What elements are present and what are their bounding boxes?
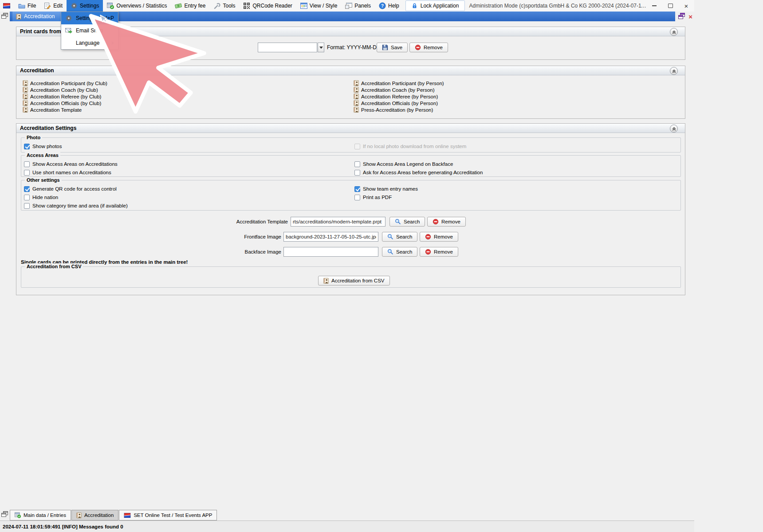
hide-nation-checkbox[interactable] [24, 195, 30, 200]
close-button[interactable]: × [678, 0, 694, 12]
badge-icon [23, 94, 28, 99]
list-item-label: Accreditation Participant (by Person) [361, 81, 444, 86]
menu-qrcode-reader[interactable]: QRCode Reader [239, 0, 296, 12]
menu-settings[interactable]: Settings [67, 0, 103, 12]
submenu-arrow-icon [112, 41, 114, 45]
folder-icon [18, 2, 25, 9]
badge-icon [323, 278, 329, 284]
menu-qrcode-label: QRCode Reader [252, 3, 292, 9]
menu-entry-fee[interactable]: Entry fee [171, 0, 209, 12]
cascade-windows-icon[interactable] [1, 13, 8, 20]
short-names-checkbox[interactable] [24, 170, 30, 176]
remove-backface-button[interactable]: Remove [420, 247, 458, 257]
collapse-print-panel-button[interactable] [670, 28, 678, 36]
statistics-icon [107, 2, 114, 9]
list-item[interactable]: Accreditation Template [23, 106, 107, 113]
checkbox-label: Show category time and area (if availabl… [32, 203, 128, 208]
menu-help[interactable]: Help [375, 0, 403, 12]
remove-frontface-button[interactable]: Remove [420, 232, 458, 242]
accreditation-template-input[interactable] [291, 217, 385, 227]
cascade-windows-icon[interactable] [1, 511, 8, 519]
status-message: 2024-07-11 18:01:59:491 [INFO] Messages … [3, 524, 123, 529]
print-pdf-checkbox[interactable] [354, 195, 360, 200]
menu-item-language[interactable]: Language [61, 37, 118, 49]
show-access-areas-checkbox[interactable] [24, 161, 30, 167]
checkbox-row-print-pdf: Print as PDF [354, 194, 418, 200]
badge-icon [23, 80, 28, 86]
tab-accreditation-bottom[interactable]: Accreditation [71, 510, 118, 520]
edit-icon [44, 2, 51, 9]
lock-application-button[interactable]: Lock Application [405, 0, 465, 11]
list-item[interactable]: Accreditation Officials (by Club) [23, 100, 107, 106]
category-time-checkbox[interactable] [24, 203, 30, 209]
list-item[interactable]: Accreditation Coach (by Person) [354, 86, 444, 93]
collapse-accreditation-panel-button[interactable] [670, 67, 678, 75]
checkbox-label: Print as PDF [363, 195, 392, 200]
remove-icon [425, 249, 431, 255]
list-item-label: Press-Accreditation (by Person) [361, 107, 433, 113]
menu-panels[interactable]: Panels [341, 0, 375, 12]
lock-icon [412, 3, 417, 9]
search-icon [387, 249, 393, 255]
ask-access-areas-checkbox[interactable] [354, 170, 360, 176]
help-icon [379, 2, 386, 9]
menu-tools-label: Tools [223, 3, 235, 9]
list-item[interactable]: Accreditation Officials (by Person) [354, 100, 444, 106]
minimize-icon [652, 5, 657, 6]
menu-item-label: Language [76, 40, 99, 46]
save-button[interactable]: Save [377, 43, 408, 52]
double-chevron-up-icon [671, 126, 677, 132]
menu-item-email-smtp[interactable]: Email Smtp [61, 24, 118, 37]
search-frontface-button[interactable]: Search [382, 232, 417, 242]
menu-file[interactable]: File [14, 0, 40, 12]
maximize-button[interactable] [662, 0, 678, 12]
remove-button-label: Remove [434, 234, 453, 239]
remove-date-button[interactable]: Remove [409, 43, 448, 52]
list-item[interactable]: Accreditation Participant (by Person) [354, 80, 444, 86]
tab-label: Accreditation [84, 512, 114, 518]
search-button-label: Search [404, 219, 420, 224]
menu-entry-fee-label: Entry fee [184, 3, 205, 9]
cascade-purple-icon[interactable] [678, 13, 685, 20]
save-button-label: Save [391, 45, 402, 50]
tab-main-data-entries[interactable]: Main data / Entries [10, 510, 71, 520]
list-item[interactable]: Accreditation Referee (by Club) [23, 93, 107, 100]
list-item-label: Accreditation Coach (by Person) [361, 87, 435, 93]
menu-help-label: Help [388, 3, 399, 9]
badge-icon [16, 14, 21, 20]
qr-code-checkbox[interactable] [24, 186, 30, 192]
date-combo-dropdown-button[interactable] [318, 43, 324, 52]
search-template-button[interactable]: Search [389, 217, 425, 227]
tab-accreditation[interactable]: Accreditation [12, 12, 61, 21]
menu-tools[interactable]: Tools [209, 0, 239, 12]
frontface-image-input[interactable] [283, 232, 378, 242]
date-combo-input[interactable] [258, 43, 317, 52]
search-backface-button[interactable]: Search [382, 247, 417, 257]
menu-overviews[interactable]: Overviews / Statistics [103, 0, 171, 12]
legend-backface-checkbox[interactable] [354, 161, 360, 167]
checkbox-row-qr-code: Generate QR code for access control [24, 186, 128, 192]
accreditation-from-csv-button[interactable]: Accreditation from CSV [318, 276, 390, 286]
menu-edit[interactable]: Edit [40, 0, 67, 12]
list-item[interactable]: Press-Accreditation (by Person) [354, 106, 444, 113]
menu-view-style[interactable]: View / Style [296, 0, 341, 12]
backface-image-label: Backface Image [170, 247, 281, 257]
collapse-settings-panel-button[interactable] [670, 125, 678, 133]
menu-item-settings[interactable]: Settings Ctrl+P [61, 12, 118, 24]
team-entry-names-checkbox[interactable] [354, 186, 360, 192]
list-item-label: Accreditation Participant (by Club) [30, 81, 107, 86]
list-item[interactable]: Accreditation Coach (by Club) [23, 86, 107, 93]
list-item[interactable]: Accreditation Participant (by Club) [23, 80, 107, 86]
show-photos-checkbox[interactable] [24, 144, 30, 149]
tab-set-online-test[interactable]: SET Online Test / Test Events APP [119, 510, 217, 520]
minimize-button[interactable] [646, 0, 662, 12]
close-document-icon[interactable]: × [688, 13, 692, 20]
online-photo-checkbox [354, 144, 360, 149]
settings-dropdown-menu: Settings Ctrl+P Email Smtp Language [61, 12, 118, 50]
remove-template-button[interactable]: Remove [427, 217, 466, 227]
csv-group-legend: Accreditation from CSV [25, 263, 83, 270]
backface-image-input[interactable] [283, 247, 378, 257]
search-icon [395, 219, 401, 225]
list-item[interactable]: Accreditation Referee (by Person) [354, 93, 444, 100]
list-item-label: Accreditation Officials (by Club) [30, 101, 101, 106]
